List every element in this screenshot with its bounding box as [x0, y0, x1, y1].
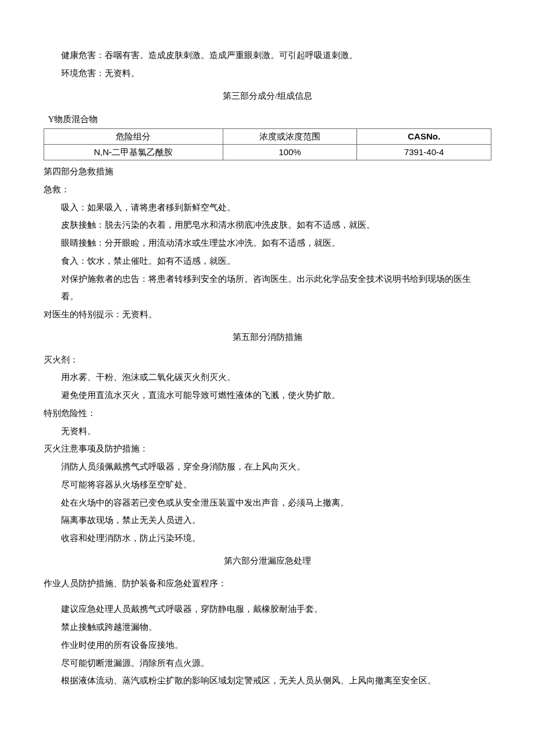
table-header-row: 危险组分 浓度或浓度范围 CASNo. [44, 129, 491, 145]
ext-media-label: 灭火剂： [44, 351, 491, 369]
rescuer-advice-line2: 看。 [44, 288, 491, 306]
first-aid-label: 急救： [44, 181, 491, 199]
prec5: 收容和处理消防水，防止污染环境。 [44, 529, 491, 547]
env-hazard-text: 无资料。 [105, 69, 140, 78]
s6-line3: 作业时使用的所有设备应接地。 [44, 636, 491, 654]
skin-contact: 皮肤接触：脱去污染的衣着，用肥皂水和清水彻底冲洗皮肤。如有不适感，就医。 [44, 216, 491, 234]
personnel-label: 作业人员防护措施、防护装备和应急处置程序： [44, 575, 491, 593]
special-hazard-label: 特别危险性： [44, 404, 491, 422]
section3-title: 第三部分成分/组成信息 [44, 87, 491, 105]
prec4: 隔离事故现场，禁止无关人员进入。 [44, 511, 491, 529]
health-hazard-label: 健康危害： [61, 51, 105, 60]
section4-title: 第四部分急救措施 [44, 163, 491, 181]
table-caption: Y物质混合物 [44, 110, 491, 128]
header-col1: 危险组分 [44, 129, 223, 145]
row1-col1: N,N-二甲基氯乙酰胺 [44, 145, 223, 160]
s6-line4: 尽可能切断泄漏源。消除所有点火源。 [44, 654, 491, 672]
row1-col2: 100% [223, 145, 357, 160]
section6-title: 第六部分泄漏应急处理 [44, 552, 491, 570]
table-row: N,N-二甲基氯乙酰胺 100% 7391-40-4 [44, 145, 491, 160]
s6-line2: 禁止接触或跨越泄漏物。 [44, 618, 491, 636]
row1-col3-text: 7391-40-4 [404, 147, 444, 157]
env-hazard-label: 环境危害： [61, 69, 105, 78]
health-hazard-text: 吞咽有害。造成皮肤刺激。造成严重眼刺激。可引起呼吸道刺激。 [105, 51, 358, 60]
prec3: 处在火场中的容器若已变色或从安全泄压装置中发出声音，必须马上撤离。 [44, 494, 491, 512]
ext-line1: 用水雾、干粉、泡沫或二氧化碳灭火剂灭火。 [44, 368, 491, 386]
special-hazard-text: 无资料。 [44, 422, 491, 440]
header-col2: 浓度或浓度范围 [223, 129, 357, 145]
row1-col3: 7391-40-4 [357, 145, 491, 160]
row1-col1-text: N,N-二甲基氯乙酰胺 [94, 147, 173, 157]
ext-line2: 避免使用直流水灭火，直流水可能导致可燃性液体的飞溅，使火势扩散。 [44, 386, 491, 404]
header-col3: CASNo. [357, 129, 491, 145]
prec2: 尽可能将容器从火场移至空旷处。 [44, 476, 491, 494]
row1-col2-text: 100% [279, 147, 301, 157]
header-col3-text: CASNo. [408, 131, 440, 141]
section5-title: 第五部分消防措施 [44, 328, 491, 346]
s6-line1: 建议应急处理人员戴携气式呼吸器，穿防静电服，戴橡胶耐油手套。 [44, 600, 491, 618]
rescuer-advice-line1: 对保护施救者的忠告：将患者转移到安全的场所。咨询医生。出示此化学品安全技术说明书… [44, 270, 491, 288]
composition-table: 危险组分 浓度或浓度范围 CASNo. N,N-二甲基氯乙酰胺 100% 739… [44, 128, 491, 160]
ingestion: 食入：饮水，禁止催吐。如有不适感，就医。 [44, 252, 491, 270]
s6-line5: 根据液体流动、蒸汽或粉尘扩散的影响区域划定警戒区，无关人员从侧风、上风向撤离至安… [44, 672, 491, 690]
prec1: 消防人员须佩戴携气式呼吸器，穿全身消防服，在上风向灭火。 [44, 458, 491, 476]
doctor-note: 对医生的特别提示：无资料。 [44, 306, 491, 324]
inhalation: 吸入：如果吸入，请将患者移到新鲜空气处。 [44, 199, 491, 217]
eye-contact: 眼睛接触：分开眼睑，用流动清水或生理盐水冲洗。如有不适感，就医。 [44, 234, 491, 252]
env-hazard: 环境危害：无资料。 [44, 65, 491, 83]
precautions-label: 灭火注意事项及防护措施： [44, 440, 491, 458]
health-hazard: 健康危害：吞咽有害。造成皮肤刺激。造成严重眼刺激。可引起呼吸道刺激。 [44, 46, 491, 65]
